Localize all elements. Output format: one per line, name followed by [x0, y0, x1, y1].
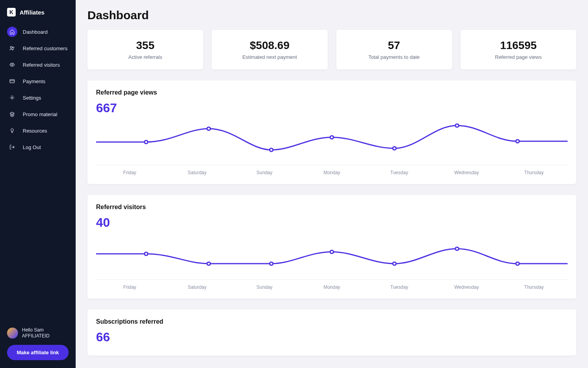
axis-label: Saturday — [163, 284, 231, 290]
sidebar-item-label: Referred customers — [23, 46, 67, 51]
axis-label: Monday — [298, 170, 366, 175]
chart-big-value: 667 — [96, 101, 568, 115]
chart-title: Referred page views — [96, 89, 568, 96]
axis-label: Thursday — [500, 170, 568, 175]
kpi-value: 116595 — [467, 39, 570, 52]
users-icon — [7, 43, 17, 53]
sidebar-item-label: Log Out — [23, 144, 41, 150]
kpi-value: 57 — [343, 39, 446, 52]
sidebar: K Affiliates DashboardReferred customers… — [0, 0, 76, 368]
chart-title: Subscriptions referred — [96, 318, 568, 325]
avatar — [7, 328, 18, 339]
chart-big-value: 66 — [96, 330, 568, 344]
axis-label: Saturday — [163, 170, 231, 175]
main-content: Dashboard 355Active referrals$508.69Esti… — [76, 0, 588, 368]
kpi-card: $508.69Estimated next payment — [212, 30, 327, 69]
card-icon — [7, 76, 17, 86]
chart-card: Referred page views667FridaySaturdaySund… — [87, 80, 576, 184]
svg-point-9 — [270, 262, 273, 265]
sidebar-item-payments[interactable]: Payments — [0, 73, 76, 89]
svg-point-11 — [393, 262, 396, 265]
layers-icon — [7, 109, 17, 119]
svg-point-10 — [330, 250, 334, 253]
axis-label: Wednesday — [433, 284, 500, 290]
svg-point-3 — [330, 136, 334, 139]
kpi-card: 116595Referred page views — [461, 30, 576, 69]
kpi-label: Active referrals — [94, 54, 197, 60]
sidebar-item-label: Dashboard — [23, 29, 48, 35]
sidebar-item-log-out[interactable]: Log Out — [0, 139, 76, 155]
axis-label: Monday — [298, 284, 366, 290]
sidebar-item-promo-material[interactable]: Promo material — [0, 106, 76, 122]
user-id: AFFILIATEID — [22, 333, 49, 339]
sidebar-item-referred-visitors[interactable]: Referred visitors — [0, 56, 76, 73]
sidebar-item-settings[interactable]: Settings — [0, 89, 76, 106]
svg-point-4 — [393, 147, 396, 150]
axis-label: Thursday — [500, 284, 568, 290]
home-icon — [7, 27, 17, 37]
kpi-row: 355Active referrals$508.69Estimated next… — [87, 30, 576, 69]
sidebar-nav: DashboardReferred customersReferred visi… — [0, 24, 76, 155]
brand-row: K Affiliates — [0, 8, 76, 24]
axis-label: Friday — [96, 284, 163, 290]
user-text: Hello Sam AFFILIATEID — [22, 327, 49, 339]
svg-point-2 — [270, 148, 273, 151]
user-row: Hello Sam AFFILIATEID — [7, 327, 69, 339]
chart-svg — [96, 232, 568, 279]
chart-card: Referred visitors40FridaySaturdaySundayM… — [87, 195, 576, 299]
kpi-label: Estimated next payment — [218, 54, 321, 60]
axis-label: Friday — [96, 170, 163, 175]
sidebar-footer: Hello Sam AFFILIATEID Make affiliate lin… — [0, 322, 76, 360]
svg-point-13 — [516, 262, 519, 265]
chart-card: Subscriptions referred66 — [87, 310, 576, 355]
sidebar-item-label: Payments — [23, 78, 45, 84]
axis-label: Tuesday — [365, 284, 433, 290]
axis-label: Sunday — [231, 170, 298, 175]
brand-logo-icon: K — [7, 8, 16, 16]
svg-point-8 — [207, 262, 211, 265]
user-greeting: Hello Sam — [22, 327, 49, 333]
svg-point-5 — [456, 124, 459, 127]
kpi-value: $508.69 — [218, 39, 321, 52]
kpi-value: 355 — [94, 39, 197, 52]
chart-axis: FridaySaturdaySundayMondayTuesdayWednesd… — [96, 279, 568, 290]
axis-label: Tuesday — [365, 170, 433, 175]
kpi-card: 57Total payments to date — [336, 30, 452, 69]
chart-svg — [96, 118, 568, 165]
svg-point-1 — [207, 127, 211, 130]
brand-name: Affiliates — [20, 9, 44, 16]
sidebar-item-label: Settings — [23, 95, 41, 101]
sidebar-item-label: Referred visitors — [23, 62, 60, 68]
axis-label: Wednesday — [433, 170, 500, 175]
kpi-label: Referred page views — [467, 54, 570, 60]
chart-title: Referred visitors — [96, 204, 568, 211]
sidebar-item-label: Promo material — [23, 111, 57, 117]
sidebar-item-label: Resources — [23, 128, 47, 134]
page-title: Dashboard — [87, 9, 576, 22]
logout-icon — [7, 142, 17, 152]
axis-label: Sunday — [231, 284, 298, 290]
chart-axis: FridaySaturdaySundayMondayTuesdayWednesd… — [96, 165, 568, 175]
eye-icon — [7, 60, 17, 70]
svg-point-12 — [456, 247, 459, 250]
sidebar-item-dashboard[interactable]: Dashboard — [0, 24, 76, 40]
svg-point-0 — [144, 140, 148, 144]
kpi-card: 355Active referrals — [87, 30, 203, 69]
svg-point-6 — [516, 140, 519, 143]
bulb-icon — [7, 126, 17, 136]
sidebar-item-referred-customers[interactable]: Referred customers — [0, 40, 76, 56]
kpi-label: Total payments to date — [343, 54, 446, 60]
gear-icon — [7, 93, 17, 103]
make-affiliate-link-button[interactable]: Make affiliate link — [7, 345, 69, 360]
sidebar-item-resources[interactable]: Resources — [0, 122, 76, 139]
svg-point-7 — [144, 252, 148, 255]
chart-big-value: 40 — [96, 215, 568, 230]
